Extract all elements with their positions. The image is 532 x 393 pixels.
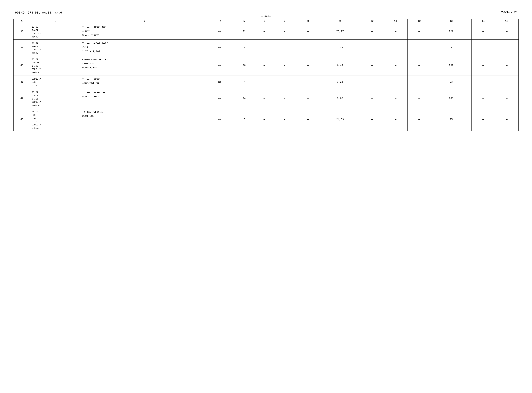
row-col-15: — bbox=[495, 108, 518, 131]
table-row: 39I5-073-OI9ССРСЦ-Утабл.4То же, НСО02-10… bbox=[14, 40, 519, 56]
row-col-12: — bbox=[407, 108, 431, 131]
row-col-7: — bbox=[273, 89, 296, 108]
table-row: 40I5-07доп.I5I-I98ССРСЦ-Утабл.4Светильни… bbox=[14, 56, 519, 75]
col-header-5: 5 bbox=[232, 19, 256, 23]
row-col-12: — bbox=[407, 40, 431, 56]
row-col-8: — bbox=[296, 89, 320, 108]
row-col-10: — bbox=[360, 56, 384, 75]
corner-tl bbox=[10, 7, 13, 10]
row-col-6: — bbox=[256, 56, 273, 75]
row-reference: I5-07I-057ССРСЦ-Утабл.4 bbox=[30, 23, 81, 40]
main-table: 1 2 3 4 5 6 7 8 9 10 11 12 13 14 15 38I5… bbox=[13, 19, 519, 131]
row-col-9: 3,26 bbox=[320, 75, 360, 89]
row-col-14: — bbox=[471, 56, 495, 75]
row-col-11: — bbox=[384, 23, 407, 40]
row-unit: шт. bbox=[209, 56, 232, 75]
col-header-1: 1 bbox=[14, 19, 30, 23]
row-col-10: — bbox=[360, 108, 384, 131]
col-header-11: 11 bbox=[384, 19, 407, 23]
row-col-5: I bbox=[232, 108, 256, 131]
row-col-8: — bbox=[296, 23, 320, 40]
column-header-row: 1 2 3 4 5 6 7 8 9 10 11 12 13 14 15 bbox=[14, 19, 519, 23]
row-col-11: — bbox=[384, 56, 407, 75]
row-col-5: I2 bbox=[232, 23, 256, 40]
row-col-14: — bbox=[471, 75, 495, 89]
row-description: То же, НППО3-100-— 00I9,4 x I,082 bbox=[81, 23, 209, 40]
row-col-9: 6,44 bbox=[320, 56, 360, 75]
col-header-2: 2 bbox=[30, 19, 81, 23]
col-header-14: 14 bbox=[471, 19, 495, 23]
row-col-12: — bbox=[407, 56, 431, 75]
row-reference: I5-07-—09д.4п.IIССРСЦ-Утабл.4 bbox=[30, 108, 81, 131]
row-description: То же, МЛ-2х4023хI,082 bbox=[81, 108, 209, 131]
row-col-10: — bbox=[360, 40, 384, 56]
header-right: 24218 - 27 bbox=[501, 10, 517, 14]
row-col-8: — bbox=[296, 108, 320, 131]
header: 903-I- 278.90. Ал.18, кн.6 24218 - 27 bbox=[13, 10, 519, 14]
row-col-7: — bbox=[273, 75, 296, 89]
row-col-6: — bbox=[256, 89, 273, 108]
col-header-6: 6 bbox=[256, 19, 273, 23]
header-left: 903-I- 278.90. Ал.18, кн.6 bbox=[15, 11, 62, 14]
row-number: 38 bbox=[14, 23, 30, 40]
row-reference: I5-07доп.I5I-I98ССРСЦ-Утабл.4 bbox=[30, 56, 81, 75]
row-number: 42 bbox=[14, 89, 30, 108]
col-header-12: 12 bbox=[407, 19, 431, 23]
row-col-6: — bbox=[256, 40, 273, 56]
row-col-9: 9,63 bbox=[320, 89, 360, 108]
row-description: То же, ЛПО03х408,9 x I,082 bbox=[81, 89, 209, 108]
row-col-13: 9 bbox=[431, 40, 471, 56]
col-header-13: 13 bbox=[431, 19, 471, 23]
table-row: 43I5-07-—09д.4п.IIССРСЦ-Утабл.4То же, МЛ… bbox=[14, 108, 519, 131]
row-col-15: — bbox=[495, 56, 518, 75]
col-header-4: 4 bbox=[209, 19, 232, 23]
row-description: То же, НСО02-100//Н2I2,I5 x I,082 bbox=[81, 40, 209, 56]
table-row: 42I5-07доп.I3-II5ССРЦЦ-Утабл.4То же, ЛПО… bbox=[14, 89, 519, 108]
row-col-13: I35 bbox=[431, 89, 471, 108]
row-col-9: 24,89 bbox=[320, 108, 360, 131]
row-reference: I5-07доп.I3-II5ССРЦЦ-Утабл.4 bbox=[30, 89, 81, 108]
row-col-6: — bbox=[256, 108, 273, 131]
row-col-11: — bbox=[384, 89, 407, 108]
row-col-8: — bbox=[296, 40, 320, 56]
row-number: 40 bbox=[14, 56, 30, 75]
row-col-5: 7 bbox=[232, 75, 256, 89]
row-col-9: IO,I7 bbox=[320, 23, 360, 40]
row-col-8: — bbox=[296, 56, 320, 75]
col-header-9: 9 bbox=[320, 19, 360, 23]
row-unit: шт. bbox=[209, 23, 232, 40]
corner-tr bbox=[519, 7, 522, 10]
row-description: То же, НСП09-—200/Р5I-03 bbox=[81, 75, 209, 89]
row-col-13: I22 bbox=[431, 23, 471, 40]
corner-br bbox=[519, 383, 522, 386]
row-description: Светильник НСПIIххI00-2345,95хI,082 bbox=[81, 56, 209, 75]
page-number: — 568— bbox=[13, 15, 519, 18]
row-reference: I5-073-OI9ССРСЦ-Утабл.4 bbox=[30, 40, 81, 56]
row-col-11: — bbox=[384, 75, 407, 89]
row-unit: шт. bbox=[209, 40, 232, 56]
row-col-8: — bbox=[296, 75, 320, 89]
row-col-10: — bbox=[360, 23, 384, 40]
row-col-14: — bbox=[471, 40, 495, 56]
row-col-13: 23 bbox=[431, 75, 471, 89]
row-col-14: — bbox=[471, 108, 495, 131]
row-unit: шт. bbox=[209, 89, 232, 108]
row-col-15: — bbox=[495, 23, 518, 40]
row-unit: шт. bbox=[209, 75, 232, 89]
col-header-7: 7 bbox=[273, 19, 296, 23]
row-col-15: — bbox=[495, 89, 518, 108]
table-row: 4IССРЦЦ-Ур.3п.I9То же, НСП09-—200/Р5I-03… bbox=[14, 75, 519, 89]
row-col-5: I4 bbox=[232, 89, 256, 108]
row-col-13: I67 bbox=[431, 56, 471, 75]
row-unit: шт. bbox=[209, 108, 232, 131]
row-col-12: — bbox=[407, 23, 431, 40]
row-col-11: — bbox=[384, 108, 407, 131]
row-reference: ССРЦЦ-Ур.3п.I9 bbox=[30, 75, 81, 89]
row-col-10: — bbox=[360, 75, 384, 89]
row-number: 4I bbox=[14, 75, 30, 89]
col-header-10: 10 bbox=[360, 19, 384, 23]
row-col-13: 25 bbox=[431, 108, 471, 131]
row-col-11: — bbox=[384, 40, 407, 56]
row-col-5: 4 bbox=[232, 40, 256, 56]
row-col-5: 26 bbox=[232, 56, 256, 75]
